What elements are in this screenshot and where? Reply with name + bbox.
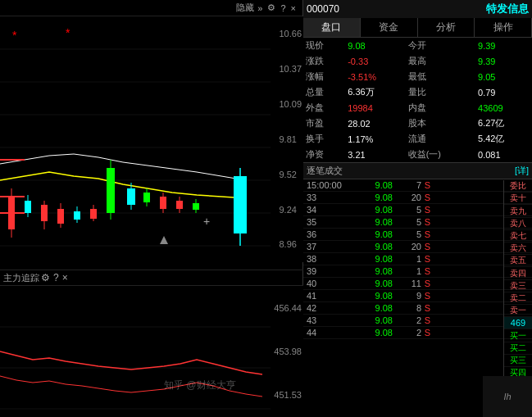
info-row-5: 外盘 19984 内盘 43609 <box>303 100 532 116</box>
trade-vol: 2 <box>393 328 421 338</box>
trade-price: 9.08 <box>352 328 393 338</box>
label-现价: 现价 <box>303 38 346 53</box>
trade-time: 41 <box>307 291 352 301</box>
trade-time: 33 <box>307 193 352 202</box>
label-涨幅: 涨幅 <box>303 69 346 84</box>
label-净资: 净资 <box>303 147 346 162</box>
y-label-6: 9.24 <box>279 205 302 215</box>
label-股本: 股本 <box>406 116 476 131</box>
value-量比: 0.79 <box>476 84 532 100</box>
main-question-icon[interactable]: ? <box>53 272 59 283</box>
buy-买一: 买一 <box>504 329 532 342</box>
trade-price: 9.08 <box>352 205 393 215</box>
label-今开: 今开 <box>406 38 476 53</box>
gear-icon[interactable]: ⚙ <box>267 2 275 13</box>
tab-操作[interactable]: 操作 <box>475 18 532 37</box>
svg-text:*: * <box>12 29 17 42</box>
trade-type: S <box>421 193 434 202</box>
tab-分析[interactable]: 分析 <box>418 18 475 37</box>
value-内盘: 43609 <box>476 100 532 116</box>
trade-time: 44 <box>307 328 352 338</box>
trade-time: 35 <box>307 217 352 227</box>
top-bar-left: 隐藏 » ⚙ ? × <box>0 0 302 16</box>
trade-price: 9.08 <box>352 254 393 264</box>
info-row-1: 现价 9.08 今开 9.39 <box>303 38 532 53</box>
buy-买三: 买三 <box>504 355 532 367</box>
value-涨幅: -3.51% <box>346 69 405 84</box>
left-panel: 隐藏 » ⚙ ? × * * <box>0 0 303 417</box>
sell-卖八: 卖八 <box>504 218 532 230</box>
trade-row: 43 9.08 2 S <box>303 315 532 327</box>
sell-卖五: 卖五 <box>504 255 532 267</box>
main-chart-area: * * <box>0 16 303 262</box>
trade-row: 41 9.08 9 S <box>303 290 532 302</box>
mini-y-label-3: 451.53 <box>274 390 302 400</box>
label-涨跌: 涨跌 <box>303 53 346 69</box>
trade-vol: 9 <box>393 291 421 301</box>
stock-name: 特发信息 <box>486 2 529 16</box>
main-close-icon[interactable]: × <box>62 272 68 283</box>
info-row-2: 涨跌 -0.33 最高 9.39 <box>303 53 532 69</box>
value-今开: 9.39 <box>476 38 532 53</box>
sell-卖七: 卖七 <box>504 230 532 242</box>
mini-y-labels: 456.44 453.98 451.53 <box>274 286 302 417</box>
right-header: 000070 特发信息 <box>303 0 532 18</box>
trade-type: S <box>421 328 434 338</box>
chevron-icon: » <box>257 3 262 13</box>
value-换手: 1.17% <box>346 131 405 147</box>
sell-卖四: 卖四 <box>504 267 532 279</box>
tab-盘口[interactable]: 盘口 <box>303 18 361 37</box>
trade-time: 43 <box>307 315 352 325</box>
trade-vol: 1 <box>393 266 421 276</box>
main-chart-svg: * * <box>0 16 303 262</box>
sell-卖九: 卖九 <box>504 205 532 217</box>
main-force-label: 主力追踪 <box>3 272 39 284</box>
label-外盘: 外盘 <box>303 100 346 116</box>
trade-type: S <box>421 180 434 190</box>
label-量比: 量比 <box>406 84 476 100</box>
y-label-3: 10.09 <box>279 99 302 109</box>
bottom-toolbar: 主力追踪 ⚙ ? × <box>0 270 303 286</box>
trade-time: 36 <box>307 229 352 239</box>
mini-y-label-1: 456.44 <box>274 303 302 313</box>
close-icon[interactable]: × <box>291 3 296 13</box>
trade-type: S <box>421 303 434 313</box>
trade-vol: 1 <box>393 254 421 264</box>
info-row-8: 净资 3.21 收益(一) 0.081 <box>303 147 532 162</box>
right-panel: 000070 特发信息 盘口 资金 分析 操作 现价 9.08 今开 9.39 … <box>303 0 532 417</box>
sell-卖六: 卖六 <box>504 242 532 255</box>
trade-time: 39 <box>307 266 352 276</box>
trade-row: 36 9.08 5 S <box>303 229 532 241</box>
tab-资金[interactable]: 资金 <box>361 18 418 37</box>
trade-vol: 8 <box>393 303 421 313</box>
main-gear-icon[interactable]: ⚙ <box>41 272 50 283</box>
trade-row: 35 9.08 5 S <box>303 216 532 229</box>
hide-button[interactable]: 隐藏 <box>236 2 254 14</box>
trade-price: 9.08 <box>352 315 393 325</box>
trade-type: S <box>421 254 434 264</box>
y-axis-labels: 10.66 10.37 10.09 9.81 9.52 9.24 8.96 <box>279 16 302 262</box>
value-总量: 6.36万 <box>346 84 405 100</box>
value-股本: 6.27亿 <box>476 116 532 131</box>
label-最低: 最低 <box>406 69 476 84</box>
label-总量: 总量 <box>303 84 346 100</box>
value-最高: 9.39 <box>476 53 532 69</box>
sell-卖三: 卖三 <box>504 280 532 292</box>
label-收益: 收益(一) <box>406 147 476 162</box>
trade-type: S <box>421 279 434 288</box>
trade-type: S <box>421 242 434 252</box>
trade-row: 37 9.08 20 S <box>303 241 532 253</box>
sell-卖十: 卖十 <box>504 193 532 205</box>
trade-row: 39 9.08 1 S <box>303 265 532 278</box>
trade-vol: 5 <box>393 205 421 215</box>
value-最低: 9.05 <box>476 69 532 84</box>
value-收益: 0.081 <box>476 147 532 162</box>
trade-price: 9.08 <box>352 217 393 227</box>
trade-vol: 7 <box>393 180 421 190</box>
y-label-7: 8.96 <box>279 239 302 249</box>
question-icon[interactable]: ? <box>280 3 285 13</box>
trade-detail-link[interactable]: [详] <box>515 165 529 177</box>
info-row-4: 总量 6.36万 量比 0.79 <box>303 84 532 100</box>
value-现价: 9.08 <box>346 38 405 53</box>
trade-type: S <box>421 291 434 301</box>
